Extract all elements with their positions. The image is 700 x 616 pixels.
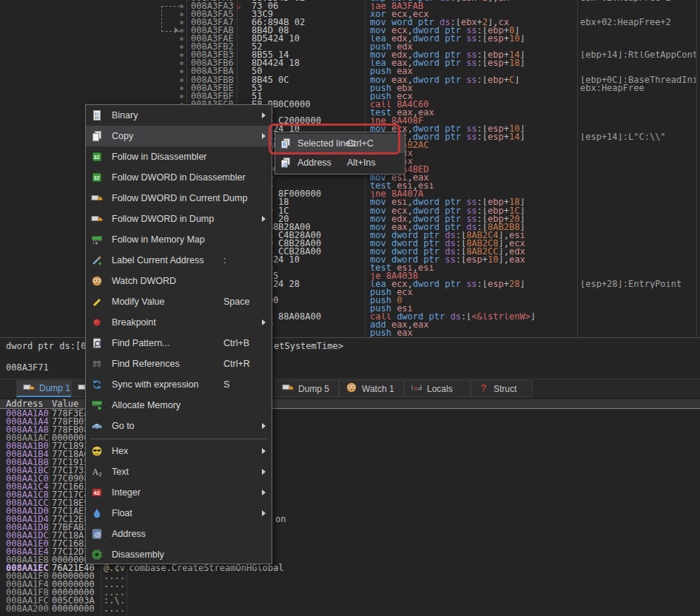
submenu-item-address[interactable]: @AddressAlt+Ins bbox=[275, 153, 405, 172]
menu-item-go-to[interactable]: Go to bbox=[86, 416, 272, 436]
menu-item-label: Follow DWORD in Disassembler bbox=[112, 172, 246, 183]
menu-item-label: Go to bbox=[112, 421, 135, 431]
menu-item-breakpoint[interactable]: Breakpoint bbox=[86, 312, 272, 333]
menu-item-watch-dword[interactable]: Watch DWORD bbox=[86, 271, 272, 291]
context-menu: 0110BinaryCopy32Follow in Disassembler32… bbox=[85, 104, 272, 564]
tab-watch-1[interactable]: Watch 1 bbox=[339, 380, 404, 397]
menu-item-allocate-memory[interactable]: Allocate Memory bbox=[86, 395, 272, 416]
disassembly-row[interactable]: 008A3FA533C9xor ecx,ecx bbox=[0, 10, 700, 18]
submenu-arrow-icon bbox=[262, 448, 266, 454]
menu-item-find-references[interactable]: Find ReferencesCtrl+R bbox=[86, 353, 272, 374]
instruction-cell: mov dword ptr ss:[esp+10],eax bbox=[370, 256, 576, 264]
row-bullet-icon bbox=[180, 37, 184, 41]
svg-text:x=: x= bbox=[414, 385, 421, 392]
instruction-cell: mov edx,dword ptr ss:[ebp+14] bbox=[370, 51, 576, 59]
menu-item-label: Follow DWORD in Dump bbox=[112, 214, 214, 224]
menu-item-disassembly[interactable]: Disassembly bbox=[86, 544, 272, 565]
menu-item-modify-value[interactable]: Modify ValueSpace bbox=[86, 291, 272, 312]
instruction-cell: mov eax,dword ptr ss:[ebp+C] bbox=[370, 76, 576, 84]
owl-icon bbox=[346, 382, 357, 396]
column-header-address: Address bbox=[6, 399, 44, 408]
owl-icon bbox=[91, 275, 103, 287]
menu-item-address[interactable]: @Address bbox=[86, 524, 272, 544]
svg-text:A: A bbox=[92, 467, 99, 477]
disassembly-row[interactable]: 008A3FB38B55 14mov edx,dword ptr ss:[ebp… bbox=[0, 51, 700, 59]
locals-icon: x= bbox=[411, 382, 423, 396]
expression-text: dword ptr ds:[00 bbox=[6, 341, 92, 351]
submenu-arrow-icon bbox=[262, 423, 266, 429]
tab-dump-1[interactable]: Dump 1 bbox=[16, 380, 78, 397]
menu-item-follow-dword-in-disassembler[interactable]: 32Follow DWORD in Disassembler bbox=[86, 167, 272, 188]
disassembly-row[interactable]: 008A3FBF51push ecx bbox=[0, 92, 700, 101]
menu-item-shortcut: Space bbox=[223, 297, 249, 307]
submenu-arrow-icon bbox=[262, 133, 266, 139]
menu-item-label: Follow DWORD in Current Dump bbox=[112, 193, 247, 203]
disassembly-row[interactable]: 008A3FB68D4424 18lea eax,dword ptr ss:[e… bbox=[0, 59, 700, 67]
menu-item-find-pattern[interactable]: Find Pattern...Ctrl+B bbox=[86, 333, 272, 353]
menu-item-hex[interactable]: Hex bbox=[86, 441, 272, 461]
truck-icon bbox=[91, 192, 103, 204]
svg-text:@: @ bbox=[283, 162, 288, 167]
menu-item-label: Float bbox=[112, 508, 132, 518]
menu-item-binary[interactable]: 0110Binary bbox=[86, 105, 272, 126]
tab-struct[interactable]: ?Struct bbox=[471, 380, 533, 397]
address-book-icon: @ bbox=[91, 528, 103, 540]
dump-ascii-cell: .... bbox=[104, 605, 125, 613]
tab-label: Dump 5 bbox=[298, 384, 329, 394]
menu-item-shortcut: S bbox=[223, 379, 229, 390]
svg-text:2: 2 bbox=[99, 472, 102, 477]
breakpoint-icon bbox=[91, 317, 103, 328]
dump-value-cell: 00000000 bbox=[52, 605, 95, 613]
disassembly-row[interactable]: v008A3FA373 06jae 8A3FAB bbox=[0, 2, 700, 10]
menu-item-follow-in-memory-map[interactable]: Follow in Memory Map bbox=[86, 229, 272, 250]
truck-icon bbox=[282, 382, 294, 396]
row-bullet-icon bbox=[180, 13, 184, 16]
dump-row[interactable]: 008AA20000000000.... bbox=[0, 605, 700, 613]
disassembly-row[interactable]: 008A3FAB8B4D 08mov ecx,dword ptr ss:[ebp… bbox=[0, 27, 700, 35]
tab-label: Dump 1 bbox=[39, 383, 70, 393]
current-address-text: 008A3F71 bbox=[6, 362, 49, 373]
instruction-cell: call 8A4C60 bbox=[370, 101, 576, 109]
menu-item-label: Text bbox=[112, 467, 129, 477]
menu-item-integer[interactable]: 42Integer bbox=[86, 482, 272, 503]
menu-separator bbox=[90, 439, 267, 439]
tab-locals[interactable]: x=Locals bbox=[404, 380, 471, 397]
menu-item-sync-with-expression[interactable]: Sync with expressionS bbox=[86, 374, 272, 395]
disassembly-row[interactable]: 008A3FBA50push eax bbox=[0, 67, 700, 75]
menu-item-shortcut: Ctrl+B bbox=[223, 338, 249, 348]
disassembly-row[interactable]: 008A3FBB8B45 0Cmov eax,dword ptr ss:[ebp… bbox=[0, 76, 700, 84]
instruction-cell: call dword ptr ds:[<&lstrlenW>] bbox=[370, 313, 576, 321]
menu-item-label-current-address[interactable]: Label Current Address: bbox=[86, 250, 272, 271]
menu-item-label: Modify Value bbox=[112, 297, 164, 307]
comment-cell: [ebp+14]:RtlGetAppContai bbox=[580, 51, 696, 59]
menu-item-float[interactable]: Float bbox=[86, 503, 272, 524]
menu-item-copy[interactable]: Copy bbox=[86, 126, 272, 146]
menu-item-follow-in-disassembler[interactable]: 32Follow in Disassembler bbox=[86, 146, 272, 167]
instruction-cell: test esi,esi bbox=[370, 182, 576, 190]
disassembly-row[interactable]: 008A3FA766:894B 02mov word ptr ds:[ebx+2… bbox=[0, 18, 700, 27]
instruction-cell: lea edx,dword ptr ss:[esp+10] bbox=[370, 35, 576, 43]
comment-cell: [esp+14]:L"C:\\" bbox=[580, 133, 696, 141]
disassembly-row[interactable]: 008A3FBE53push ebxebx:HeapFree bbox=[0, 84, 700, 92]
svg-text:?: ? bbox=[481, 382, 487, 393]
struct-icon: ? bbox=[477, 382, 489, 396]
truck-icon bbox=[91, 213, 103, 225]
menu-item-text[interactable]: A2Text bbox=[86, 461, 272, 482]
menu-item-shortcut: Ctrl+R bbox=[223, 359, 250, 369]
row-bullet-icon bbox=[180, 29, 184, 33]
tab-dump-5[interactable]: Dump 5 bbox=[275, 380, 339, 397]
menu-item-follow-dword-in-dump[interactable]: Follow DWORD in Dump bbox=[86, 209, 272, 229]
menu-item-follow-dword-in-current-dump[interactable]: Follow DWORD in Current Dump bbox=[86, 188, 272, 209]
disassembly-row[interactable]: 008A3FB252push edx bbox=[0, 43, 700, 51]
chip32-icon: 32 bbox=[91, 172, 103, 183]
menu-item-label: Address bbox=[112, 529, 146, 539]
disassembly-row[interactable]: 008A3FAE8D5424 10lea edx,dword ptr ss:[e… bbox=[0, 35, 700, 43]
submenu-item-shortcut: Alt+Ins bbox=[347, 158, 376, 168]
row-bullet-icon bbox=[180, 61, 184, 65]
instruction-cell: jae 8A3FAB bbox=[370, 2, 576, 10]
svg-text:32: 32 bbox=[94, 155, 100, 160]
instruction-cell: xor ecx,ecx bbox=[370, 10, 576, 18]
instruction-cell: mov dword ptr ds:[8AB2C8],ecx bbox=[370, 240, 576, 248]
hex-icon bbox=[91, 445, 103, 457]
comment-cell: ebx:HeapFree bbox=[580, 84, 696, 92]
